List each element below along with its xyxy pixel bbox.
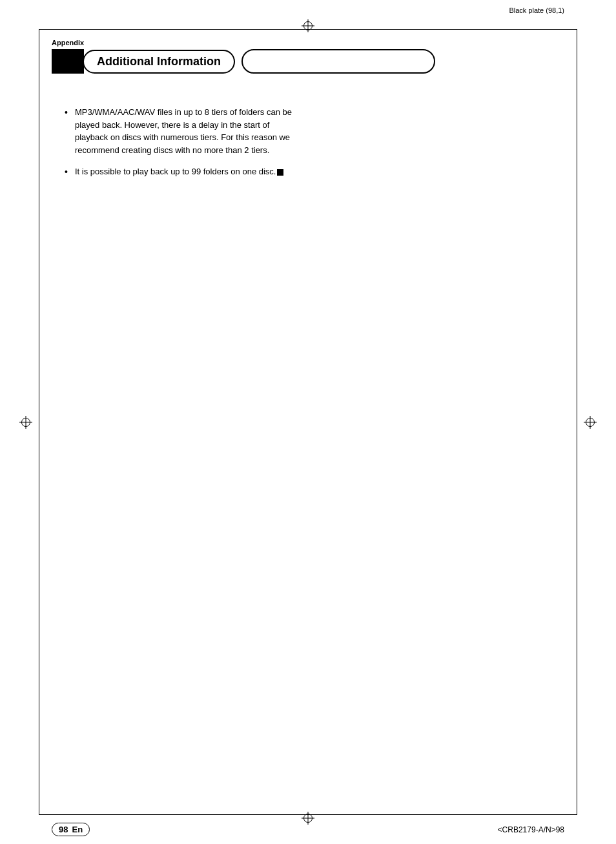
page-footer: 98 En <CRB2179-A/N>98 (52, 823, 564, 836)
border-right (577, 29, 577, 815)
crosshair-circle (303, 21, 313, 30)
left-column: MP3/WMA/AAC/WAV files in up to 8 tiers o… (52, 93, 302, 187)
crosshair-circle (586, 418, 595, 427)
plate-info: Black plate (98,1) (509, 6, 564, 14)
content-area: Appendix Additional Information MP3/WMA/… (52, 39, 564, 805)
border-left (39, 29, 39, 815)
language-label: En (72, 825, 83, 834)
crosshair-left (19, 416, 32, 429)
appendix-label: Appendix (52, 39, 564, 46)
crosshair-circle (303, 814, 313, 823)
list-item: MP3/WMA/AAC/WAV files in up to 8 tiers o… (65, 106, 302, 156)
footer-code: <CRB2179-A/N>98 (498, 825, 564, 834)
black-block (52, 49, 84, 74)
section-title: Additional Information (83, 50, 235, 74)
crosshair-right (584, 416, 597, 429)
end-mark (277, 169, 283, 176)
crosshair-circle (21, 418, 30, 427)
section-header: Additional Information (52, 49, 564, 74)
list-item: It is possible to play back up to 99 fol… (65, 165, 302, 178)
page-number: 98 (59, 825, 68, 834)
decorative-pill (241, 49, 435, 74)
page-number-box: 98 En (52, 823, 90, 836)
right-column (314, 93, 564, 187)
bullet-list: MP3/WMA/AAC/WAV files in up to 8 tiers o… (65, 106, 302, 178)
two-column-layout: MP3/WMA/AAC/WAV files in up to 8 tiers o… (52, 93, 564, 187)
crosshair-top (302, 19, 314, 32)
